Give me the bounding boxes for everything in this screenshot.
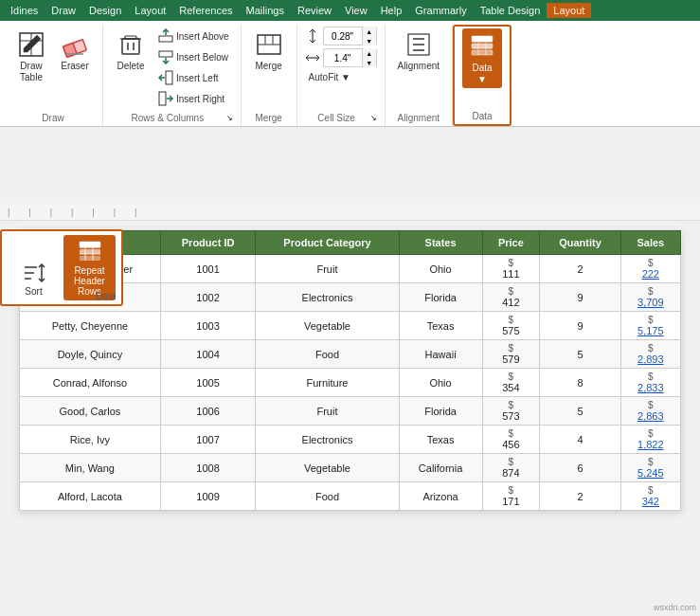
insert-above-button[interactable]: Insert Above (154, 27, 233, 45)
insert-left-label: Insert Left (176, 73, 218, 83)
menu-references[interactable]: References (172, 3, 239, 18)
cell-category: Furniture (256, 369, 399, 397)
merge-group-footer: Merge (249, 110, 289, 126)
menu-view[interactable]: View (338, 3, 374, 18)
cell-quantity: 6 (540, 454, 620, 482)
data-group-footer: Data (462, 108, 502, 124)
cell-category: Food (256, 482, 399, 511)
alignment-button[interactable]: Alignment (393, 27, 444, 75)
eraser-label: Eraser (61, 61, 88, 72)
insert-above-label: Insert Above (176, 31, 229, 42)
alignment-group-items: Alignment (393, 25, 444, 110)
cell-category: Vegetable (256, 312, 399, 340)
cell-category: Vegetable (256, 454, 399, 482)
delete-icon (116, 29, 146, 60)
delete-button[interactable]: Delete (111, 27, 151, 75)
eraser-icon (60, 29, 90, 60)
cell-price: $412 (482, 283, 540, 312)
header-sales: Sales (620, 231, 680, 255)
insert-right-icon (158, 91, 173, 106)
table-row: Alford, Lacota 1009 Food Arizona $171 2 … (20, 482, 681, 511)
cell-sales: $5,175 (620, 312, 680, 340)
height-spinner[interactable]: ▲ ▼ (323, 27, 377, 45)
height-down-arrow[interactable]: ▼ (363, 36, 376, 45)
draw-group-items: DrawTable Eraser (11, 25, 95, 110)
autofit-label: AutoFit ▼ (309, 72, 350, 82)
width-input[interactable] (324, 52, 362, 64)
menu-draw[interactable]: Draw (45, 3, 82, 18)
cell-product-id: 1001 (160, 255, 256, 283)
rows-cols-group-footer: Rows & Columns ↘ (111, 110, 233, 126)
table-row: Min, Wang 1008 Vegetable California $874… (20, 454, 681, 482)
ribbon: DrawTable Eraser Draw (0, 21, 700, 127)
cell-sales-rep: Alford, Lacota (20, 482, 161, 511)
insert-left-button[interactable]: Insert Left (154, 68, 233, 87)
menu-design[interactable]: Design (82, 3, 128, 18)
sort-button[interactable]: Sort (8, 256, 60, 300)
merge-icon (254, 29, 284, 60)
cell-quantity: 5 (540, 340, 620, 369)
alignment-group-label: Alignment (393, 110, 444, 126)
menu-table-design[interactable]: Table Design (474, 3, 547, 18)
svg-rect-11 (159, 36, 172, 42)
ribbon-group-alignment: Alignment Alignment (386, 25, 453, 126)
cell-size-expand-icon[interactable]: ↘ (370, 114, 377, 122)
autofit-button[interactable]: AutoFit ▼ (305, 70, 354, 84)
insert-right-button[interactable]: Insert Right (154, 89, 233, 108)
table-row: Petty, Cheyenne 1003 Vegetable Texas $57… (20, 312, 681, 340)
height-up-arrow[interactable]: ▲ (363, 27, 376, 36)
cell-quantity: 2 (540, 482, 620, 511)
insert-below-button[interactable]: Insert Below (154, 47, 233, 66)
width-icon (305, 50, 320, 65)
insert-left-icon (158, 70, 173, 85)
ruler-text: | | | | | | | (8, 208, 136, 217)
alignment-icon (404, 29, 434, 60)
data-button[interactable]: Data▼ (462, 28, 502, 88)
svg-rect-31 (472, 50, 493, 55)
cell-sales-rep: Doyle, Quincy (20, 340, 161, 369)
menu-idines[interactable]: Idines (4, 3, 45, 18)
width-spinner[interactable]: ▲ ▼ (323, 48, 377, 67)
cell-product-id: 1006 (160, 397, 256, 426)
draw-table-button[interactable]: DrawTable (11, 27, 51, 86)
cell-state: Hawaii (399, 340, 482, 369)
cell-size-group-label: Cell Size (305, 110, 368, 126)
cell-product-id: 1002 (160, 283, 256, 312)
cell-state: California (399, 454, 482, 482)
menu-layout[interactable]: Layout (547, 3, 591, 18)
menu-layout-tab[interactable]: Layout (128, 3, 172, 18)
data-icon (467, 31, 497, 62)
svg-rect-30 (472, 44, 493, 48)
cell-price: $354 (482, 369, 540, 397)
merge-group-label: Merge (249, 110, 289, 126)
insert-below-icon (158, 49, 173, 64)
menu-mailings[interactable]: Mailings (240, 3, 291, 18)
ribbon-group-draw: DrawTable Eraser Draw (4, 25, 103, 126)
menu-review[interactable]: Review (291, 3, 338, 18)
width-up-arrow[interactable]: ▲ (363, 48, 376, 58)
cell-sales-rep: Petty, Cheyenne (20, 312, 161, 340)
height-input[interactable] (324, 30, 362, 43)
menu-grammarly[interactable]: Grammarly (408, 3, 473, 18)
data-group-items: Data▼ (462, 27, 502, 108)
width-row: ▲ ▼ (305, 48, 377, 67)
merge-button[interactable]: Merge (249, 27, 289, 75)
cell-price: $456 (482, 426, 540, 454)
data-btn-label: Data▼ (473, 63, 493, 85)
ribbon-content: DrawTable Eraser Draw (0, 21, 700, 126)
cell-category: Fruit (256, 397, 399, 426)
svg-rect-6 (122, 39, 139, 54)
cell-state: Ohio (399, 369, 482, 397)
cell-state: Arizona (399, 482, 482, 511)
draw-table-icon (16, 29, 46, 60)
width-down-arrow[interactable]: ▼ (363, 58, 376, 67)
cell-category: Fruit (256, 255, 399, 283)
height-row: ▲ ▼ (305, 27, 377, 45)
sort-icon (21, 260, 47, 286)
rows-cols-expand-icon[interactable]: ↘ (226, 114, 233, 122)
eraser-button[interactable]: Eraser (55, 27, 95, 75)
table-row: Good, Carlos 1006 Fruit Florida $573 5 $… (20, 397, 681, 426)
cell-category: Electronics (256, 426, 399, 454)
header-states: States (399, 231, 482, 255)
menu-help[interactable]: Help (374, 3, 409, 18)
